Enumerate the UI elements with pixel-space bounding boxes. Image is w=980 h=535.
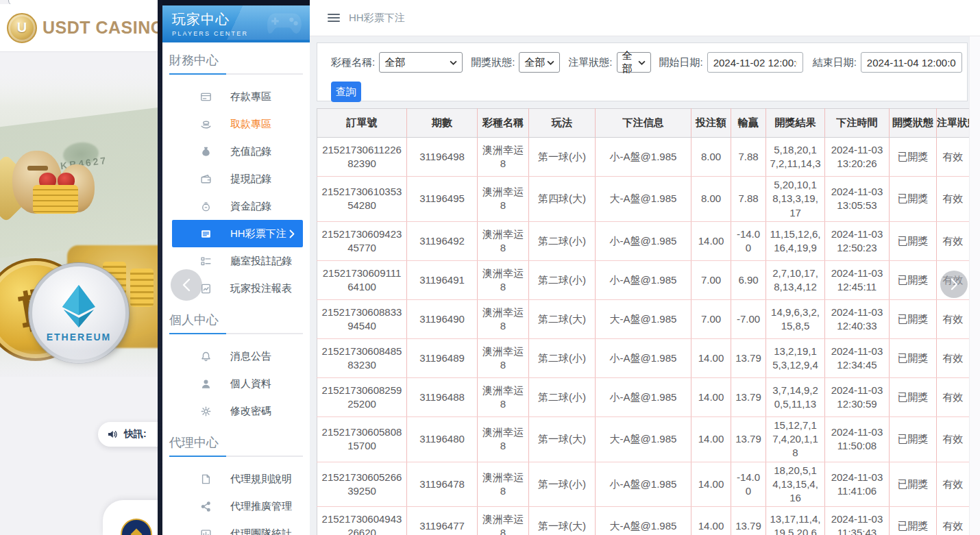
sidebar-item-label: 存款專區 — [230, 90, 271, 103]
sidebar-item-label: 資金記錄 — [230, 200, 271, 213]
cell-win-loss: 13.79 — [731, 377, 766, 416]
section-items: 代理規則說明代理推廣管理代理團隊統計 — [162, 465, 310, 535]
sidebar-item-提現記錄[interactable]: 提現記錄 — [162, 165, 310, 192]
cell-draw-result: 5,18,20,17,2,11,14,3 — [766, 138, 825, 177]
cell-period: 31196492 — [407, 221, 478, 260]
sidebar-item-label: 代理團隊統計 — [230, 527, 292, 535]
sidebar-item-個人資料[interactable]: 個人資料 — [162, 370, 310, 397]
cell-play-type: 第一球(大) — [529, 507, 596, 535]
draw-status-select[interactable]: 全部 — [519, 52, 560, 73]
table-row: 215217306052663925031196478澳洲幸运8第一球(小)小-… — [317, 462, 970, 507]
cell-bet-time: 2024-11-03 11:35:43 — [825, 507, 890, 535]
sidebar-item-代理規則說明[interactable]: 代理規則說明 — [162, 465, 310, 493]
cell-bet-amount: 14.00 — [691, 462, 731, 507]
cell-draw-status: 已開獎 — [890, 377, 937, 416]
sidebar-item-label: HH彩票下注 — [230, 227, 286, 240]
cell-draw-result: 5,20,10,18,13,3,19,17 — [766, 177, 825, 222]
cell-bet-info: 小-A盤@1.985 — [596, 221, 691, 260]
main-content: HH彩票下注 彩種名稱: 全部 開獎狀態: 全部 注單狀態: 全部 開始日期: … — [310, 0, 980, 535]
start-date-input[interactable] — [707, 52, 803, 73]
cell-win-loss: -7.00 — [731, 299, 766, 338]
cell-period: 31196488 — [407, 377, 478, 416]
cell-draw-status: 已開獎 — [890, 338, 937, 377]
cell-play-type: 第一球(小) — [529, 462, 596, 507]
cell-bet-time: 2024-11-03 12:30:59 — [825, 377, 890, 416]
cell-lottery-name: 澳洲幸运8 — [478, 338, 529, 377]
cell-play-type: 第二球(小) — [529, 221, 596, 260]
cell-bet-amount: 14.00 — [691, 507, 731, 535]
bets-table-wrap: 訂單號 期數 彩種名稱 玩法 下注信息 投注額 輸贏 開獎結果 下注時間 開獎狀… — [317, 108, 969, 535]
table-row: 215217306082592520031196488澳洲幸运8第二球(小)小-… — [317, 377, 970, 416]
cell-lottery-name: 澳洲幸运8 — [478, 507, 529, 535]
sidebar-item-取款專區[interactable]: 取款專區 — [162, 110, 310, 138]
col-draw-result: 開獎結果 — [766, 109, 825, 138]
sidebar-item-資金記錄[interactable]: 資金記錄 — [162, 192, 310, 220]
search-button[interactable]: 查詢 — [331, 82, 361, 102]
brand-name: USDT CASINO — [42, 18, 158, 38]
dark-divider-strip — [158, 0, 162, 535]
lottery-ticket-icon — [199, 227, 212, 240]
cell-order-no: 2152173060942345770 — [317, 221, 407, 260]
sidebar-item-消息公告[interactable]: 消息公告 — [162, 343, 310, 370]
col-order-no: 訂單號 — [317, 109, 407, 138]
col-bet-time: 下注時間 — [825, 109, 890, 138]
cell-bet-amount: 7.00 — [691, 260, 731, 299]
page-title: HH彩票下注 — [349, 12, 405, 25]
hamburger-menu-icon[interactable] — [328, 14, 340, 22]
news-ticker: 快訊: — [98, 422, 158, 447]
sidebar-item-HH彩票下注[interactable]: HH彩票下注 — [172, 220, 303, 247]
cell-draw-result: 15,12,7,17,4,20,1,18 — [766, 416, 825, 462]
cell-order-no: 2152173061035354280 — [317, 177, 407, 222]
cell-period: 31196491 — [407, 260, 478, 299]
draw-status-value: 全部 — [524, 56, 545, 69]
sidebar-item-充值記錄[interactable]: 充值記錄 — [162, 138, 310, 165]
order-status-select[interactable]: 全部 — [617, 52, 651, 73]
cell-lottery-name: 澳洲幸运8 — [478, 462, 529, 507]
sidebar-item-label: 個人資料 — [230, 377, 271, 390]
cell-lottery-name: 澳洲幸运8 — [478, 221, 529, 260]
sidebar-item-存款專區[interactable]: 存款專區 — [162, 83, 310, 110]
cell-bet-time: 2024-11-03 13:20:26 — [825, 138, 890, 177]
cell-lottery-name: 澳洲幸运8 — [478, 299, 529, 338]
lottery-name-select[interactable]: 全部 — [379, 52, 463, 73]
cell-bet-time: 2024-11-03 12:40:33 — [825, 299, 890, 338]
collapse-left-button[interactable] — [171, 269, 202, 301]
section-divider — [169, 73, 303, 75]
cell-order-status: 有效 — [937, 138, 970, 177]
cell-bet-amount: 8.00 — [691, 177, 731, 222]
photo-fade — [0, 349, 158, 377]
col-lottery-name: 彩種名稱 — [478, 109, 529, 138]
cell-win-loss: 13.79 — [731, 507, 766, 535]
cell-draw-status: 已開獎 — [890, 462, 937, 507]
cell-order-status: 有效 — [937, 507, 970, 535]
scroll-right-button[interactable] — [940, 271, 968, 298]
table-body: 215217306112268239031196498澳洲幸运8第一球(小)小-… — [317, 138, 970, 535]
sidebar-item-修改密碼[interactable]: 修改密碼 — [162, 397, 310, 425]
cell-play-type: 第一球(小) — [529, 138, 596, 177]
sidebar-item-代理推廣管理[interactable]: 代理推廣管理 — [162, 493, 310, 520]
sidebar-section-personal: 個人中心 消息公告個人資料修改密碼 — [162, 312, 310, 425]
cell-bet-info: 大-A盤@1.985 — [596, 299, 691, 338]
cell-order-status: 有效 — [937, 377, 970, 416]
cell-draw-status: 已開獎 — [890, 507, 937, 535]
end-date-input[interactable] — [861, 52, 962, 73]
speaker-icon — [107, 429, 118, 440]
cell-play-type: 第二球(大) — [529, 299, 596, 338]
cell-order-no: 2152173060848583230 — [317, 338, 407, 377]
scrollbar-gutter[interactable] — [969, 36, 980, 535]
cell-bet-amount: 14.00 — [691, 377, 731, 416]
sidebar-item-代理團隊統計[interactable]: 代理團隊統計 — [162, 520, 310, 535]
stats-card-icon — [199, 527, 212, 535]
cell-order-status: 有效 — [937, 416, 970, 462]
coin-emblem-icon — [121, 519, 152, 535]
coin-stack-image — [130, 269, 154, 307]
coin-stack-bow-image — [33, 185, 78, 214]
brand-logo-card: U USDT CASINO — [0, 4, 158, 52]
ethereum-label: ETHEREUM — [47, 332, 112, 343]
cell-bet-time: 2024-11-03 12:34:45 — [825, 338, 890, 377]
filter-panel: 彩種名稱: 全部 開獎狀態: 全部 注單狀態: 全部 開始日期: 結束日期: 查… — [317, 42, 968, 101]
cell-play-type: 第二球(小) — [529, 377, 596, 416]
cell-win-loss: -14.00 — [731, 221, 766, 260]
cell-period: 31196489 — [407, 338, 478, 377]
doc-plain-icon — [199, 473, 212, 485]
